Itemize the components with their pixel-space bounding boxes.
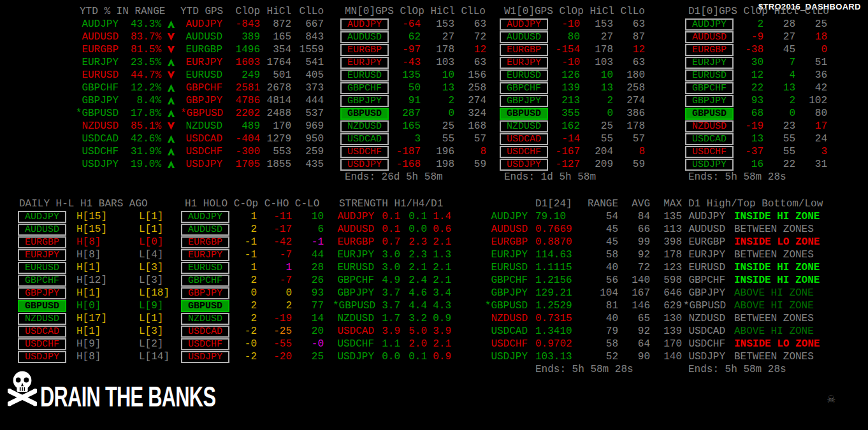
table-row: EURGBP H[8] L[0] xyxy=(18,236,170,248)
cllo-value: 386 xyxy=(613,107,645,120)
cllo-value: 31 xyxy=(795,158,827,171)
zone-status: ABOVE HI ZONE xyxy=(725,299,814,312)
mn-gps-table: MN[0]GPS ClOp HiCl ClLo AUDJPY -64 153 6… xyxy=(340,5,486,183)
countdown-label: Ends: 5h 58m 28s xyxy=(683,363,823,376)
max-value: 646 xyxy=(650,287,682,299)
table-row: AUDJPY 1 -11 10 xyxy=(181,210,324,223)
clop-value: -38 xyxy=(736,43,763,56)
low-bars-ago: L[4] xyxy=(129,248,163,261)
c-lo-value: 14 xyxy=(292,312,324,325)
hicl-value: 7 xyxy=(763,56,795,69)
strength-d1: 2.1 xyxy=(427,236,451,248)
c-lo-value: 6 xyxy=(292,223,324,236)
clop-value: 139 xyxy=(551,82,580,94)
cllo-value: 667 xyxy=(291,18,324,31)
pair-label: EURGBP xyxy=(340,44,389,56)
cllo-value: 258 xyxy=(613,82,645,94)
hicl-value: 103 xyxy=(421,56,454,69)
c-ho-value: 0 xyxy=(257,287,292,299)
pair-box: NZDUSD xyxy=(181,313,233,325)
clop-value: 1603 xyxy=(222,56,260,69)
pair-label: NZDUSD xyxy=(484,312,528,325)
hicl-value: 4814 xyxy=(260,94,291,107)
high-bars-ago: H[17] xyxy=(67,312,129,325)
clop-value: 1496 xyxy=(222,43,260,56)
table-row: NZDUSD 162 25 178 xyxy=(500,120,645,133)
pair-label: AUDUSD xyxy=(685,31,734,43)
pair-label: EURJPY xyxy=(18,249,66,261)
zone-status: ABOVE HI ZONE xyxy=(725,287,814,299)
strength-d1: 2.1 xyxy=(427,338,451,350)
price-value: 0.9702 xyxy=(528,338,583,350)
c-lo-value: -1 xyxy=(292,236,324,248)
zone-status: BETWEEN ZONES xyxy=(725,248,814,261)
pair-label: EURGBP xyxy=(500,44,548,56)
pair-label: AUDUSD xyxy=(75,31,119,43)
pair-label: GBPCHF xyxy=(500,82,548,94)
pair-label: NZDUSD xyxy=(18,313,66,325)
pair-box: AUDJPY xyxy=(685,18,736,31)
pair-box: GBPCHF xyxy=(500,82,551,94)
table-row: NZDUSD BETWEEN ZONES xyxy=(683,312,823,325)
pct-in-range-value: 85.1% xyxy=(119,120,161,133)
pair-box: NZDUSD xyxy=(685,120,736,133)
low-bars-ago: L[3] xyxy=(129,274,163,287)
low-bars-ago: L[9] xyxy=(129,299,163,312)
pair-label: AUDJPY xyxy=(484,210,528,223)
skull-and-crossbones-icon xyxy=(8,371,37,409)
pair-label: GBPCHF xyxy=(181,275,229,287)
clop-value: -168 xyxy=(391,158,421,171)
table-row: EURUSD 126 10 180 xyxy=(500,69,645,82)
table-row: NZDUSD 165 25 168 xyxy=(340,120,486,133)
table-row: AUDJPY -64 153 63 xyxy=(340,18,486,31)
pair-box: GBPUSD xyxy=(340,108,391,120)
clop-value: -9 xyxy=(736,31,763,43)
table-row: EURGBP 0.7 2.3 2.1 xyxy=(333,236,451,248)
c-ho-value: -55 xyxy=(257,338,292,350)
countdown-label: Ends: 26d 5h 58m xyxy=(340,171,486,183)
table-row: USDJPY 16 22 31 xyxy=(685,158,829,171)
strength-h1: 3.9 xyxy=(374,325,400,338)
price-value: 114.63 xyxy=(528,248,583,261)
hicl-value: 55 xyxy=(763,133,795,145)
c-lo-value: 77 xyxy=(292,299,324,312)
cllo-value: 537 xyxy=(291,107,324,120)
clop-value: -97 xyxy=(391,43,421,56)
strength-h1: 3.7 xyxy=(374,299,400,312)
hicl-value: 45 xyxy=(763,43,795,56)
zone-status: INSIDE LO ZONE xyxy=(725,236,820,248)
strength-h1: 1.7 xyxy=(374,312,400,325)
range-value: 81 xyxy=(583,299,618,312)
pair-box: USDCHF xyxy=(18,338,67,350)
table-row: GBPJPY 93 2 102 xyxy=(685,94,829,107)
table-row: USDCHF 31.9% xyxy=(75,145,185,158)
low-bars-ago: L[3] xyxy=(129,261,163,274)
cllo-value: 25 xyxy=(795,18,827,31)
pair-label: EURUSD xyxy=(685,69,734,82)
table-row: USDJPY 1705 1855 435 xyxy=(180,158,324,171)
clop-value: 287 xyxy=(391,107,421,120)
pair-label: USDJPY xyxy=(75,158,119,171)
pair-label: USDCHF xyxy=(683,338,725,350)
cllo-value: 156 xyxy=(454,69,486,82)
pair-label: GBPJPY xyxy=(340,95,389,107)
pair-label: USDJPY xyxy=(18,351,66,363)
range-value: 79 xyxy=(583,325,618,338)
clop-value: 355 xyxy=(551,107,580,120)
table-row: NZDUSD H[17] L[1] xyxy=(18,312,170,325)
pair-label: EURJPY xyxy=(181,249,229,261)
cllo-value: 168 xyxy=(454,120,486,133)
hicl-value: 25 xyxy=(580,120,613,133)
pair-label: EURGBP xyxy=(181,236,229,248)
cllo-value: 8 xyxy=(454,145,486,158)
clop-value: 2581 xyxy=(222,82,260,94)
table-row: GBPUSD 355 0 386 xyxy=(500,107,645,120)
pair-label: USDJPY xyxy=(181,351,229,363)
table-row: AUDUSD 83.7% xyxy=(75,31,185,43)
countdown-label: Ends: 5h 58m 28s xyxy=(685,171,829,183)
table-row: USDCHF -37 55 3 xyxy=(685,145,829,158)
pair-label: AUDUSD xyxy=(180,31,222,43)
price-value: 0.7315 xyxy=(528,312,583,325)
pair-box: USDJPY xyxy=(340,159,391,171)
w1-gps-table: W1[0]GPS ClOp HiCl ClLo AUDJPY -10 153 6… xyxy=(500,5,645,183)
